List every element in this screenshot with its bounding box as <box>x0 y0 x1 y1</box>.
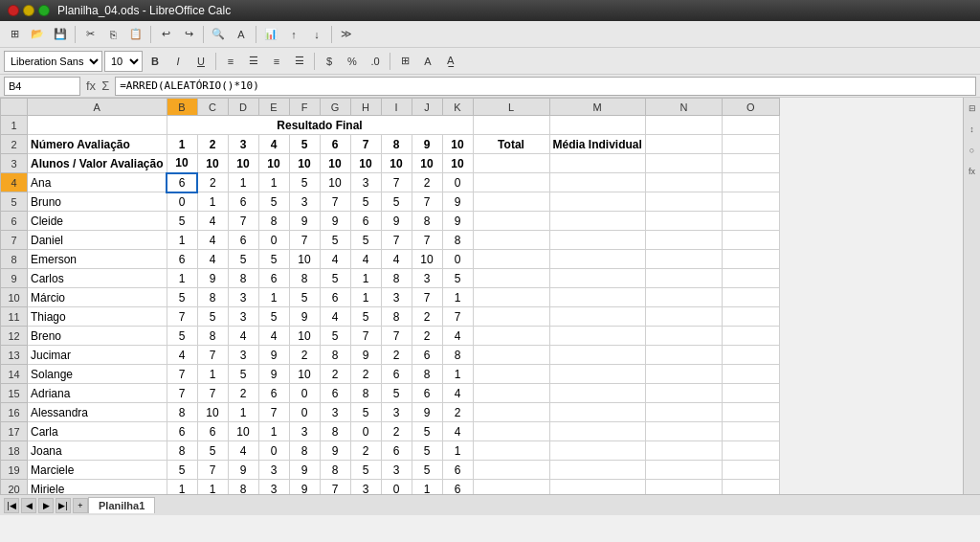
cell-F9[interactable]: 8 <box>289 269 320 288</box>
cut-button[interactable]: ✂ <box>79 24 100 45</box>
cell-D15[interactable]: 2 <box>228 384 258 403</box>
cell-N17[interactable] <box>645 422 722 441</box>
cell-D8[interactable]: 5 <box>228 250 258 269</box>
cell-G9[interactable]: 5 <box>320 269 350 288</box>
cell-C18[interactable]: 5 <box>197 441 228 461</box>
save-button[interactable]: 💾 <box>50 24 71 45</box>
redo-button[interactable]: ↪ <box>178 24 199 45</box>
tab-prev-button[interactable]: ◀ <box>21 498 36 513</box>
cell-C19[interactable]: 7 <box>197 461 228 480</box>
percent-button[interactable]: % <box>342 51 363 72</box>
cell-D14[interactable]: 5 <box>228 365 258 384</box>
cell-I2[interactable]: 8 <box>381 135 412 154</box>
cell-L1[interactable] <box>473 116 549 135</box>
cell-D13[interactable]: 3 <box>228 346 258 365</box>
cell-K16[interactable]: 2 <box>442 403 473 422</box>
cell-E2[interactable]: 4 <box>258 135 289 154</box>
cell-K20[interactable]: 6 <box>442 480 473 495</box>
cell-H9[interactable]: 1 <box>350 269 381 288</box>
cell-K3[interactable]: 10 <box>442 154 473 173</box>
row-header-2[interactable]: 2 <box>1 135 28 154</box>
cell-J7[interactable]: 7 <box>412 231 442 250</box>
cell-H18[interactable]: 2 <box>350 441 381 461</box>
col-header-N[interactable]: N <box>645 99 722 116</box>
cell-I10[interactable]: 3 <box>381 288 412 307</box>
cell-L12[interactable] <box>473 327 549 346</box>
cell-B14[interactable]: 7 <box>167 365 197 384</box>
cell-D5[interactable]: 6 <box>228 192 258 212</box>
cell-M17[interactable] <box>549 422 645 441</box>
row-header-12[interactable]: 12 <box>1 327 28 346</box>
cell-H2[interactable]: 7 <box>350 135 381 154</box>
cell-H17[interactable]: 0 <box>350 422 381 441</box>
cell-K13[interactable]: 8 <box>442 346 473 365</box>
cell-N14[interactable] <box>645 365 722 384</box>
borders-button[interactable]: ⊞ <box>394 51 415 72</box>
align-center-button[interactable]: ☰ <box>243 51 264 72</box>
row-header-10[interactable]: 10 <box>1 288 28 307</box>
cell-O4[interactable] <box>722 173 779 192</box>
cell-A14[interactable]: Solange <box>28 365 167 384</box>
cell-J14[interactable]: 8 <box>412 365 442 384</box>
cell-O12[interactable] <box>722 327 779 346</box>
styles-icon[interactable]: ○ <box>966 144 979 157</box>
bold-button[interactable]: B <box>145 51 166 72</box>
cell-G3[interactable]: 10 <box>320 154 350 173</box>
cell-M14[interactable] <box>549 365 645 384</box>
cell-K5[interactable]: 9 <box>442 192 473 212</box>
cell-G18[interactable]: 9 <box>320 441 350 461</box>
col-header-D[interactable]: D <box>228 99 258 116</box>
cell-E14[interactable]: 9 <box>258 365 289 384</box>
cell-L5[interactable] <box>473 192 549 212</box>
cell-C14[interactable]: 1 <box>197 365 228 384</box>
cell-E7[interactable]: 0 <box>258 231 289 250</box>
cell-F16[interactable]: 0 <box>289 403 320 422</box>
cell-G8[interactable]: 4 <box>320 250 350 269</box>
cell-E8[interactable]: 5 <box>258 250 289 269</box>
cell-J16[interactable]: 9 <box>412 403 442 422</box>
cell-F5[interactable]: 3 <box>289 192 320 212</box>
cell-J20[interactable]: 1 <box>412 480 442 495</box>
cell-J8[interactable]: 10 <box>412 250 442 269</box>
cell-B11[interactable]: 7 <box>167 307 197 327</box>
cell-B8[interactable]: 6 <box>167 250 197 269</box>
cell-A5[interactable]: Bruno <box>28 192 167 212</box>
cell-N13[interactable] <box>645 346 722 365</box>
cell-E4[interactable]: 1 <box>258 173 289 192</box>
cell-J6[interactable]: 8 <box>412 212 442 231</box>
more-button[interactable]: ≫ <box>336 24 357 45</box>
cell-O9[interactable] <box>722 269 779 288</box>
cell-H4[interactable]: 3 <box>350 173 381 192</box>
cell-N11[interactable] <box>645 307 722 327</box>
cell-E5[interactable]: 5 <box>258 192 289 212</box>
row-header-1[interactable]: 1 <box>1 116 28 135</box>
open-button[interactable]: 📂 <box>27 24 48 45</box>
cell-G4[interactable]: 10 <box>320 173 350 192</box>
cell-K4[interactable]: 0 <box>442 173 473 192</box>
tab-controls[interactable]: |◀ ◀ ▶ ▶| + <box>4 498 88 513</box>
row-header-16[interactable]: 16 <box>1 403 28 422</box>
col-header-J[interactable]: J <box>412 99 442 116</box>
cell-O8[interactable] <box>722 250 779 269</box>
cell-O7[interactable] <box>722 231 779 250</box>
cell-F2[interactable]: 5 <box>289 135 320 154</box>
cell-B5[interactable]: 0 <box>167 192 197 212</box>
cell-K19[interactable]: 6 <box>442 461 473 480</box>
cell-I19[interactable]: 3 <box>381 461 412 480</box>
cell-L9[interactable] <box>473 269 549 288</box>
cell-D10[interactable]: 3 <box>228 288 258 307</box>
cell-I11[interactable]: 8 <box>381 307 412 327</box>
col-header-B[interactable]: B <box>167 99 197 116</box>
cell-N5[interactable] <box>645 192 722 212</box>
cell-M7[interactable] <box>549 231 645 250</box>
cell-C12[interactable]: 8 <box>197 327 228 346</box>
cell-A3[interactable]: Alunos / Valor Avaliação <box>28 154 167 173</box>
cell-G5[interactable]: 7 <box>320 192 350 212</box>
col-header-H[interactable]: H <box>350 99 381 116</box>
cell-A20[interactable]: Miriele <box>28 480 167 495</box>
cell-K6[interactable]: 9 <box>442 212 473 231</box>
cell-O6[interactable] <box>722 212 779 231</box>
cell-L7[interactable] <box>473 231 549 250</box>
cell-B13[interactable]: 4 <box>167 346 197 365</box>
cell-K14[interactable]: 1 <box>442 365 473 384</box>
